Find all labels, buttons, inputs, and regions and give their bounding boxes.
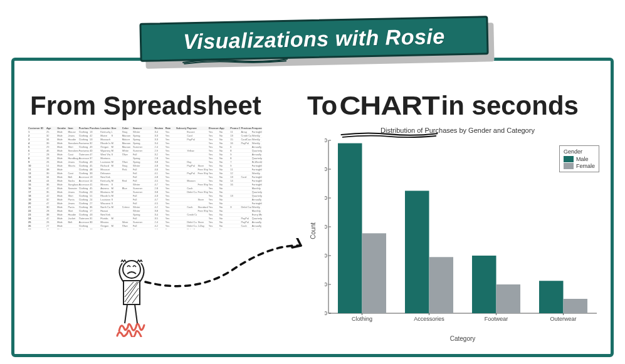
svg-rect-33 xyxy=(564,299,588,313)
svg-text:0: 0 xyxy=(325,310,327,316)
svg-line-0 xyxy=(125,304,127,323)
legend-label: Male xyxy=(576,156,589,162)
svg-text:1200: 1200 xyxy=(325,137,327,143)
chart: Distribution of Purchases by Gender and … xyxy=(307,127,608,346)
svg-rect-29 xyxy=(496,284,521,313)
legend-title: Gender xyxy=(564,148,595,155)
chart-ylabel: Count xyxy=(308,137,317,325)
svg-rect-25 xyxy=(429,257,454,313)
legend-row: Male xyxy=(564,156,595,162)
svg-text:Outerwear: Outerwear xyxy=(550,316,576,322)
heading-right-post: in seconds xyxy=(434,91,579,120)
svg-text:Clothing: Clothing xyxy=(352,316,372,322)
svg-text:Footwear: Footwear xyxy=(485,316,508,322)
svg-text:400: 400 xyxy=(325,252,327,259)
heading-right-word: CHART xyxy=(339,91,439,121)
svg-point-3 xyxy=(123,261,140,278)
chart-title: Distribution of Purchases by Gender and … xyxy=(307,127,608,134)
heading-right-underline xyxy=(339,116,439,125)
chart-xlabel: Category xyxy=(325,335,601,342)
svg-text:Accessories: Accessories xyxy=(414,316,444,322)
svg-text:600: 600 xyxy=(325,224,327,230)
heading-left: From Spreadsheet xyxy=(30,91,261,121)
svg-text:1000: 1000 xyxy=(325,166,327,172)
svg-rect-20 xyxy=(338,143,362,313)
chart-plot: 020040060080010001200ClothingAccessories… xyxy=(325,137,601,325)
chart-legend: Gender MaleFemale xyxy=(559,145,599,172)
heading-right: To CHART in seconds xyxy=(307,91,579,121)
svg-text:800: 800 xyxy=(325,195,327,201)
title-banner: Visualizations with Rosie xyxy=(139,16,488,62)
svg-rect-28 xyxy=(472,256,496,313)
svg-rect-32 xyxy=(539,281,564,313)
svg-line-1 xyxy=(135,304,137,323)
legend-swatch xyxy=(564,156,574,162)
svg-rect-24 xyxy=(405,191,429,314)
legend-row: Female xyxy=(564,163,595,169)
svg-text:200: 200 xyxy=(325,281,327,288)
legend-label: Female xyxy=(576,163,595,169)
dashed-arrow xyxy=(139,238,315,294)
legend-swatch xyxy=(564,163,574,169)
svg-rect-21 xyxy=(362,233,387,313)
banner-title: Visualizations with Rosie xyxy=(183,24,445,54)
spreadsheet-thumbnail: Customer IDAgeGenderItemPurchased Catego… xyxy=(28,127,262,229)
